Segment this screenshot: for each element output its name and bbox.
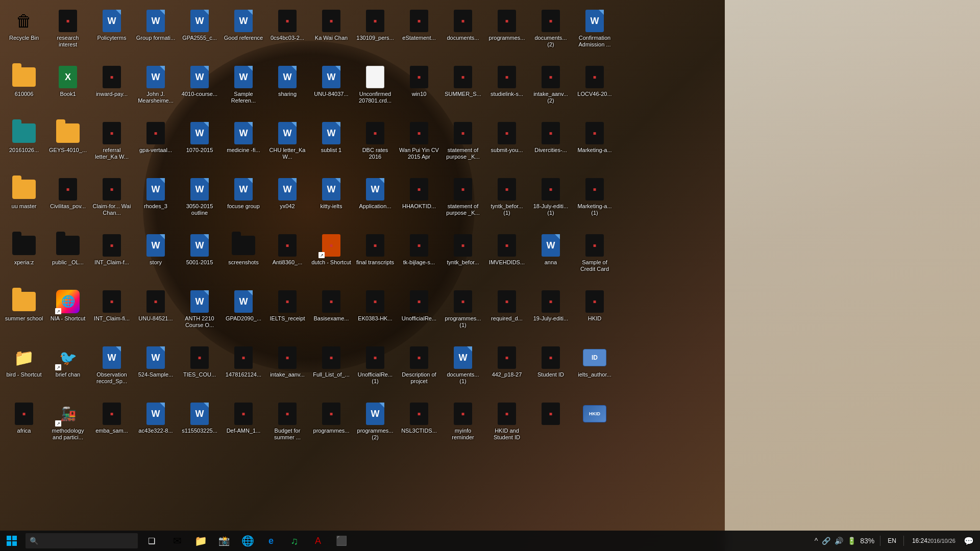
icon-rhodes-3[interactable]: rhodes_3 (134, 174, 178, 231)
icon-kitty-ielts[interactable]: kitty-ielts (309, 174, 353, 231)
icon-student-id2[interactable]: ielts_author... (573, 343, 617, 399)
icon-medicine-fi[interactable]: medicine -fi... (222, 118, 265, 174)
icon-wan-pui-yin[interactable]: Wan Pui Yin CV 2015 Apr (397, 118, 441, 174)
icon-chu-letter[interactable]: CHU letter_Ka W... (265, 118, 309, 174)
icon-yx042[interactable]: yx042 (265, 174, 309, 231)
taskbar-app-outlook[interactable]: ✉ (165, 531, 189, 551)
icon-sharing[interactable]: sharing (265, 62, 309, 118)
icon-unofficialre-1[interactable]: Description of projcet (397, 343, 441, 399)
tray-volume-icon[interactable]: 🔊 (833, 537, 845, 545)
icon-group-formati[interactable]: Group formati... (134, 6, 178, 62)
icon-def-amn-1[interactable]: programmes... (309, 399, 353, 455)
icon-full-list-of[interactable]: UnofficialRe... (1) (353, 343, 397, 399)
icon-unu-84037[interactable]: UNU-84037... (309, 62, 353, 118)
icon-int-claim-f2[interactable]: INT_Claim-fi... (90, 287, 134, 343)
icon-win10[interactable]: win10 (397, 62, 441, 118)
taskbar-app-spotify[interactable]: ♫ (283, 531, 306, 551)
icon-nsl3ctids[interactable]: HKID and Student ID (485, 399, 529, 455)
tray-network-icon[interactable]: 🔗 (820, 537, 832, 545)
icon-required-d[interactable]: required_d... (485, 287, 529, 343)
taskbar-app-file-explorer[interactable]: 📁 (189, 531, 212, 551)
taskbar-app-snagit[interactable]: 📸 (212, 531, 236, 551)
icon-policyterms[interactable]: Policyterms (90, 6, 134, 62)
icon-africa[interactable]: emba_sam... (90, 399, 134, 455)
icon-610006[interactable]: 610006 (2, 62, 46, 118)
icon-bird-shortcut[interactable]: 🐦 ↗ brief chan (46, 343, 90, 399)
icon-unu-84521[interactable]: UNU-84521... (134, 287, 178, 343)
icon-claim-form[interactable]: Claim-for... Wai Chan... (90, 174, 134, 231)
icon-tyntk-before[interactable]: tyntk_befor... (441, 231, 485, 287)
icon-gpa2555[interactable]: GPA2555_c... (178, 6, 222, 62)
icon-intake-aanv2[interactable]: Full_List_of_... (309, 343, 353, 399)
icon-hkid[interactable]: HKID (573, 287, 617, 343)
icon-sample-referen[interactable]: Sample Referen... (222, 62, 265, 118)
icon-summer-school[interactable]: summer school (2, 287, 46, 343)
icon-final-transcripts[interactable]: final transcripts (353, 231, 397, 287)
task-view-button[interactable]: ❑ (140, 531, 163, 551)
icon-ielts-receipt[interactable]: IELTS_receipt (265, 287, 309, 343)
taskbar-app-edge[interactable]: e (259, 531, 283, 551)
icon-research-interest[interactable]: research interest (46, 6, 90, 62)
taskbar-app-acrobat[interactable]: A (306, 531, 330, 551)
icon-estatement[interactable]: eStatement... (397, 6, 441, 62)
icon-anti8360[interactable]: Anti8360_... (265, 231, 309, 287)
icon-budget-summer[interactable]: programmes... (2) (353, 399, 397, 455)
icon-marketing-a-1[interactable]: Marketing-a... (1) (573, 174, 617, 231)
icon-ac43e322-8[interactable]: Def-AMN_1... (222, 399, 265, 455)
icon-confirmation-admission[interactable]: Confirmation Admission ... (573, 6, 617, 62)
icon-imvehdids[interactable]: IMVEHDIDS... (485, 231, 529, 287)
icon-story[interactable]: story (134, 231, 178, 287)
notification-button[interactable]: 💬 (962, 536, 976, 546)
icon-0cs4bc03[interactable]: 0cs4bc03-2... (265, 6, 309, 62)
icon-1070-2015[interactable]: 1070-2015 (178, 118, 222, 174)
icon-myinfo-reminder[interactable] (529, 399, 573, 455)
icon-ek0383-hk[interactable]: EK0383-HK... (353, 287, 397, 343)
icon-gpad2090[interactable]: GPAD2090_... (222, 287, 265, 343)
icon-nia-shortcut[interactable]: 🌐 ↗ NIA - Shortcut (46, 287, 90, 343)
icon-anth-2210[interactable]: ANTH 2210 Course O... (178, 287, 222, 343)
icon-1478162124[interactable]: intake_aanv... (265, 343, 309, 399)
icon-3050-2015-outline[interactable]: 3050-2015 outline (178, 174, 222, 231)
clock[interactable]: 16:24 2016/10/26 (908, 537, 960, 544)
taskbar-search[interactable]: 🔍 (26, 533, 138, 548)
taskbar-app-chrome[interactable]: 🌐 (236, 531, 259, 551)
icon-18-july-editi-1[interactable]: 18-July-editi... (1) (529, 174, 573, 231)
icon-observation-record[interactable]: 524-Sample... (134, 343, 178, 399)
icon-xperia-z[interactable]: xperia:z (2, 231, 46, 287)
icon-john-j-mearsheime[interactable]: John J. Mearsheime... (134, 62, 178, 118)
icon-programmes-2[interactable]: myinfo reminder (441, 399, 485, 455)
icon-programmes-dark[interactable]: NSL3CTIDS... (397, 399, 441, 455)
icon-ka-wai-chan[interactable]: Ka Wai Chan (309, 6, 353, 62)
icon-int-claim-f[interactable]: INT_Claim-f... (90, 231, 134, 287)
icon-basisexame[interactable]: Basisexame... (309, 287, 353, 343)
icon-application[interactable]: Application... (353, 174, 397, 231)
icon-inward-pay[interactable]: inward-pay... (90, 62, 134, 118)
tray-battery-icon[interactable]: 🔋 (846, 537, 857, 545)
icon-methodology-partici[interactable]: ac43e322-8... (134, 399, 178, 455)
icon-442-p18-27[interactable]: Student ID (529, 343, 573, 399)
icon-gpa-vertaal[interactable]: gpa-vertaal... (134, 118, 178, 174)
icon-programmes[interactable]: programmes... (485, 6, 529, 62)
icon-programmes-1[interactable]: programmes... (1) (441, 287, 485, 343)
icon-good-reference[interactable]: Good reference (222, 6, 265, 62)
icon-130109-pers[interactable]: 130109_pers... (353, 6, 397, 62)
icon-geys-4010[interactable]: GEYS-4010_... (46, 118, 90, 174)
icon-book1[interactable]: Book1 (46, 62, 90, 118)
icon-unconfirmed[interactable]: Unconfirmed 207801.crd... (353, 62, 397, 118)
icon-documents-1[interactable]: 442_p18-27 (485, 343, 529, 399)
icon-submit-you[interactable]: submit-you... (485, 118, 529, 174)
icon-emba-sam[interactable]: s115503225... (178, 399, 222, 455)
icon-brief-chan[interactable]: Observation record_Sp... (90, 343, 134, 399)
icon-statement-of-purpose-k2[interactable]: statement of purpose _K... (441, 174, 485, 231)
icon-sublist-1[interactable]: sublist 1 (309, 118, 353, 174)
icon-summer-s[interactable]: SUMMER_S... (441, 62, 485, 118)
taskbar-app-extra[interactable]: ⬛ (330, 531, 353, 551)
icon-marketing-a[interactable]: Marketing-a... (573, 118, 617, 174)
icon-bbb[interactable]: 📁 bird - Shortcut (2, 343, 46, 399)
icon-s1155032225[interactable]: Budget for summer ... (265, 399, 309, 455)
icon-screenshots[interactable]: screenshots (222, 231, 265, 287)
icon-5001-2015[interactable]: 5001-2015 (178, 231, 222, 287)
start-button[interactable] (0, 531, 23, 551)
icon-tyntk-before-1[interactable]: tyntk_befor... (1) (485, 174, 529, 231)
icon-locv46-20[interactable]: LOCV46-20... (573, 62, 617, 118)
